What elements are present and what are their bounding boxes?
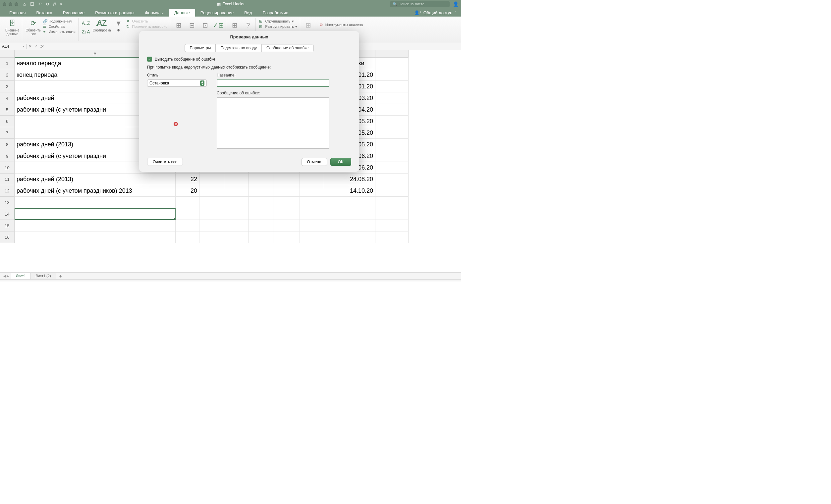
row-header-12[interactable]: 12	[0, 185, 15, 197]
clear-all-button[interactable]: Очистить все	[147, 158, 183, 166]
cell-H15[interactable]	[324, 220, 375, 232]
cell-G11[interactable]	[300, 174, 324, 185]
cell-F12[interactable]	[274, 185, 300, 197]
cell-D14[interactable]	[224, 208, 249, 220]
cell-B14[interactable]	[176, 208, 199, 220]
cell-I6[interactable]	[375, 116, 408, 127]
print-icon[interactable]: ⎙	[53, 2, 56, 7]
cell-F11[interactable]	[274, 174, 300, 185]
properties-button[interactable]: ☰Свойства	[43, 24, 76, 29]
row-header-14[interactable]: 14	[0, 208, 15, 220]
group-button[interactable]: ⊞Сгруппировать ▾	[259, 19, 297, 24]
ungroup-button[interactable]: ⊟Разгруппировать ▾	[259, 24, 297, 29]
select-all-corner[interactable]	[0, 50, 15, 58]
ok-button[interactable]: OK	[331, 158, 351, 166]
cell-D12[interactable]	[224, 185, 249, 197]
undo-icon[interactable]: ↶	[38, 2, 42, 7]
redo-icon[interactable]: ↻	[46, 2, 49, 7]
data-validation-button[interactable]: ✓⊞	[213, 21, 223, 30]
cell-I3[interactable]	[375, 81, 408, 92]
dialog-tab-1[interactable]: Подсказка по вводу	[216, 45, 262, 52]
view-page-layout-icon[interactable]: ▤	[392, 281, 395, 281]
macro-record-icon[interactable]: ⬚	[19, 281, 23, 281]
cell-H16[interactable]	[324, 232, 375, 243]
zoom-level[interactable]: 200%	[449, 281, 458, 282]
tab-данные[interactable]: Данные	[169, 9, 195, 17]
cell-D16[interactable]	[224, 232, 249, 243]
zoom-window-button[interactable]	[15, 2, 18, 6]
close-window-button[interactable]	[3, 2, 6, 6]
cell-I12[interactable]	[375, 185, 408, 197]
cell-I10[interactable]	[375, 162, 408, 174]
row-header-15[interactable]: 15	[0, 220, 15, 232]
row-header-8[interactable]: 8	[0, 139, 15, 150]
edit-links-button[interactable]: ⚭Изменить связи	[43, 29, 76, 34]
cell-G13[interactable]	[300, 197, 324, 208]
cell-B16[interactable]	[176, 232, 199, 243]
sort-desc-button[interactable]: Z↓A	[82, 29, 90, 34]
cell-I7[interactable]	[375, 127, 408, 139]
cell-A13[interactable]	[15, 197, 176, 208]
cell-E14[interactable]	[249, 208, 274, 220]
cell-E15[interactable]	[249, 220, 274, 232]
view-normal-icon[interactable]: ▦	[386, 281, 389, 281]
row-header-2[interactable]: 2	[0, 69, 15, 81]
cell-F13[interactable]	[274, 197, 300, 208]
cell-D13[interactable]	[224, 197, 249, 208]
cell-I11[interactable]	[375, 174, 408, 185]
row-header-1[interactable]: 1	[0, 58, 15, 69]
cell-E16[interactable]	[249, 232, 274, 243]
cell-C15[interactable]	[199, 220, 224, 232]
cell-G14[interactable]	[300, 208, 324, 220]
tab-разработчик[interactable]: Разработчик	[257, 9, 293, 17]
cell-A11[interactable]: рабочих дней (2013)	[15, 174, 176, 185]
cell-B12[interactable]: 20	[176, 185, 199, 197]
cell-H13[interactable]	[324, 197, 375, 208]
cell-I4[interactable]	[375, 92, 408, 104]
name-box[interactable]: A14 ▾	[0, 44, 27, 49]
zoom-out-button[interactable]: −	[403, 281, 405, 282]
row-header-4[interactable]: 4	[0, 92, 15, 104]
share-button[interactable]: 👤⁺ Общий доступ ⌃	[409, 9, 461, 17]
row-header-3[interactable]: 3	[0, 81, 15, 92]
what-if-button[interactable]: ?	[243, 21, 253, 30]
sheet-tab-1[interactable]: Лист1 (2)	[31, 273, 56, 279]
cell-C11[interactable]	[199, 174, 224, 185]
cell-E11[interactable]	[249, 174, 274, 185]
cell-H14[interactable]	[324, 208, 375, 220]
tab-рисование[interactable]: Рисование	[58, 9, 90, 17]
save-icon[interactable]: 🖫	[30, 2, 34, 7]
cell-G12[interactable]	[300, 185, 324, 197]
cell-E13[interactable]	[249, 197, 274, 208]
row-header-9[interactable]: 9	[0, 150, 15, 162]
tab-рецензирование[interactable]: Рецензирование	[195, 9, 239, 17]
cell-A14[interactable]	[15, 208, 176, 220]
remove-duplicates-button[interactable]: ⊡	[200, 21, 210, 30]
dialog-tab-0[interactable]: Параметры	[185, 45, 216, 52]
row-header-13[interactable]: 13	[0, 197, 15, 208]
cell-I8[interactable]	[375, 139, 408, 150]
fx-icon[interactable]: fx	[40, 44, 44, 49]
consolidate-button[interactable]: ⊞	[230, 21, 239, 30]
cell-I2[interactable]	[375, 69, 408, 81]
sheet-search-input[interactable]: 🔍 Поиск на листе	[390, 1, 450, 7]
user-icon[interactable]: 👤	[453, 1, 459, 7]
cell-G15[interactable]	[300, 220, 324, 232]
error-message-textarea[interactable]	[217, 97, 329, 149]
style-select[interactable]: Остановка ▲▼	[147, 80, 207, 87]
cell-F14[interactable]	[274, 208, 300, 220]
zoom-in-button[interactable]: +	[444, 281, 446, 282]
cell-B11[interactable]: 22	[176, 174, 199, 185]
col-header-I[interactable]	[375, 50, 408, 58]
flash-fill-button[interactable]: ⊟	[187, 21, 197, 30]
text-to-columns-button[interactable]: ⊞	[174, 21, 183, 30]
cell-C14[interactable]	[199, 208, 224, 220]
sort-button[interactable]: A̸Z Сортировка	[93, 18, 111, 32]
row-header-16[interactable]: 16	[0, 232, 15, 243]
cell-C16[interactable]	[199, 232, 224, 243]
cell-B13[interactable]	[176, 197, 199, 208]
cell-B15[interactable]	[176, 220, 199, 232]
filter-button[interactable]: ▼ Ф	[114, 18, 123, 32]
tab-разметка страницы[interactable]: Разметка страницы	[90, 9, 140, 17]
row-header-5[interactable]: 5	[0, 104, 15, 116]
